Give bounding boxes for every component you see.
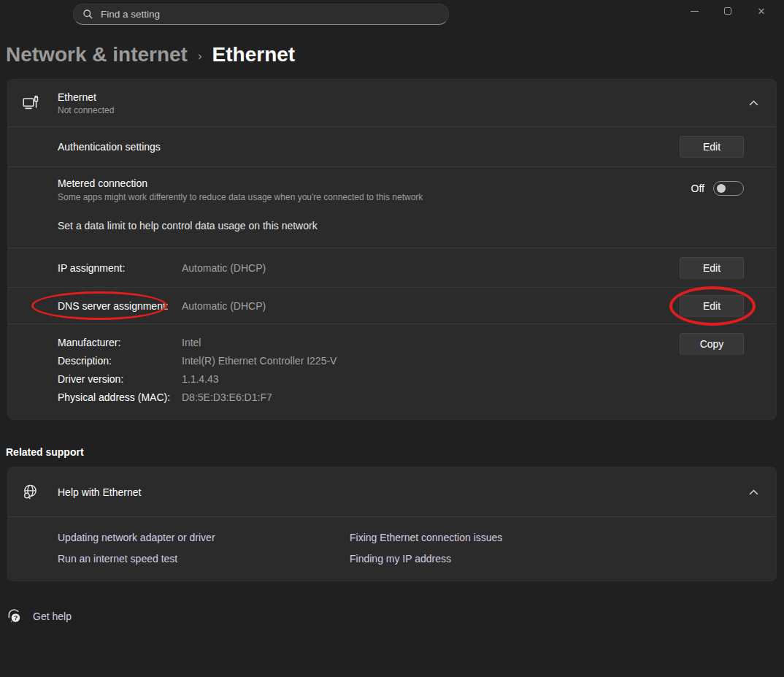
- minimize-icon: [691, 11, 699, 12]
- copy-button[interactable]: Copy: [680, 333, 744, 355]
- settings-window: Find a setting ✕ Network & internet › Et…: [0, 0, 784, 677]
- driver-version-label: Driver version:: [58, 373, 182, 385]
- mac-address-label: Physical address (MAC):: [58, 391, 182, 403]
- help-link-speed-test[interactable]: Run an internet speed test: [58, 553, 350, 565]
- metered-connection-row: Metered connection Some apps might work …: [8, 167, 776, 248]
- close-button[interactable]: ✕: [745, 0, 778, 22]
- search-placeholder: Find a setting: [101, 9, 160, 20]
- description-label: Description:: [58, 355, 182, 367]
- authentication-edit-button[interactable]: Edit: [680, 136, 744, 158]
- maximize-button[interactable]: [711, 0, 745, 22]
- metered-connection-toggle[interactable]: [713, 181, 744, 196]
- description-value: Intel(R) Ethernet Controller I225-V: [182, 355, 337, 367]
- mac-address-line: Physical address (MAC): D8:5E:D3:E6:D1:F…: [58, 388, 680, 406]
- manufacturer-line: Manufacturer: Intel: [58, 333, 680, 351]
- page-title: Ethernet: [212, 43, 296, 66]
- help-link-finding-ip[interactable]: Finding my IP address: [350, 553, 744, 565]
- help-links: Updating network adapter or driver Fixin…: [8, 516, 776, 581]
- manufacturer-label: Manufacturer:: [58, 337, 182, 348]
- titlebar: Find a setting ✕: [0, 0, 784, 29]
- metered-toggle-state: Off: [691, 183, 704, 194]
- ip-assignment-label: IP assignment:: [58, 262, 182, 274]
- help-card-title: Help with Ethernet: [58, 486, 749, 499]
- toggle-knob: [717, 184, 726, 193]
- ethernet-card: Ethernet Not connected Authentication se…: [7, 79, 777, 420]
- chevron-up-icon[interactable]: [749, 100, 758, 106]
- ethernet-icon: [21, 93, 50, 112]
- help-card: Help with Ethernet Updating network adap…: [7, 467, 777, 581]
- window-controls: ✕: [677, 0, 778, 22]
- maximize-icon: [724, 7, 731, 15]
- dns-assignment-label: DNS server assignment:: [58, 300, 182, 312]
- minimize-button[interactable]: [677, 0, 711, 22]
- help-link-updating-adapter[interactable]: Updating network adapter or driver: [58, 532, 350, 543]
- breadcrumb-separator-icon: ›: [198, 46, 202, 64]
- authentication-settings-label: Authentication settings: [58, 141, 161, 153]
- search-icon: [82, 9, 93, 20]
- chevron-up-icon[interactable]: [749, 489, 758, 495]
- description-line: Description: Intel(R) Ethernet Controlle…: [58, 351, 680, 370]
- svg-text:?: ?: [14, 614, 18, 621]
- globe-search-icon: [21, 483, 50, 501]
- breadcrumb: Network & internet › Ethernet: [0, 29, 784, 70]
- ethernet-title: Ethernet: [58, 91, 749, 104]
- help-link-fixing-connection[interactable]: Fixing Ethernet connection issues: [350, 532, 744, 543]
- get-help-link[interactable]: Get help: [33, 611, 72, 622]
- set-data-limit-link[interactable]: Set a data limit to help control data us…: [58, 220, 318, 232]
- dns-assignment-value: Automatic (DHCP): [182, 300, 266, 312]
- manufacturer-value: Intel: [182, 337, 201, 348]
- ip-assignment-edit-button[interactable]: Edit: [680, 257, 744, 279]
- related-support-heading: Related support: [0, 420, 784, 467]
- breadcrumb-network-internet[interactable]: Network & internet: [6, 43, 188, 66]
- mac-address-value: D8:5E:D3:E6:D1:F7: [182, 391, 272, 403]
- ethernet-expander-header[interactable]: Ethernet Not connected: [8, 80, 776, 126]
- metered-connection-description: Some apps might work differently to redu…: [58, 192, 691, 202]
- ethernet-status: Not connected: [58, 104, 749, 116]
- ip-assignment-row: IP assignment: Automatic (DHCP) Edit: [8, 248, 776, 287]
- ip-assignment-value: Automatic (DHCP): [182, 262, 266, 274]
- metered-connection-label: Metered connection: [58, 177, 691, 189]
- get-help-row: ? Get help: [0, 581, 784, 624]
- dns-assignment-row: DNS server assignment: Automatic (DHCP) …: [8, 287, 776, 324]
- authentication-settings-row: Authentication settings Edit: [8, 126, 776, 167]
- get-help-icon[interactable]: ?: [6, 608, 23, 624]
- dns-assignment-edit-button[interactable]: Edit: [680, 295, 744, 317]
- search-input[interactable]: Find a setting: [73, 4, 449, 25]
- driver-version-line: Driver version: 1.1.4.43: [58, 370, 680, 388]
- adapter-details-row: Manufacturer: Intel Description: Intel(R…: [8, 324, 776, 419]
- help-expander-header[interactable]: Help with Ethernet: [8, 467, 776, 516]
- driver-version-value: 1.1.4.43: [182, 373, 219, 385]
- close-icon: ✕: [758, 6, 766, 17]
